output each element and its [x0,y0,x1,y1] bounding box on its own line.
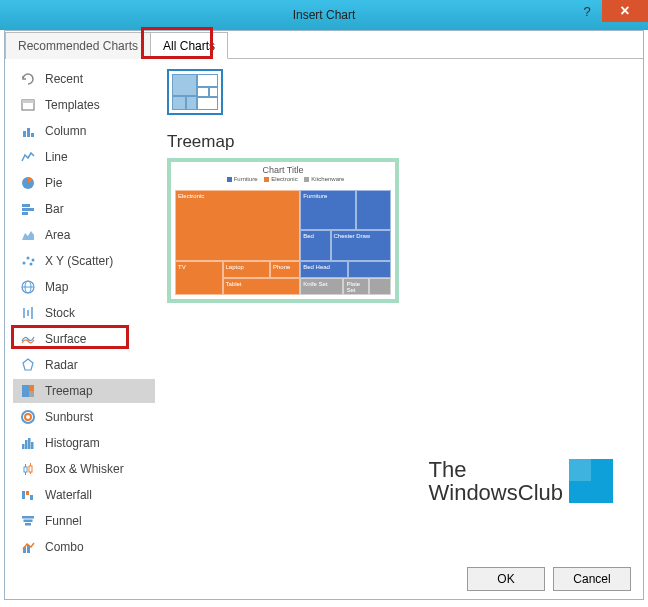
treemap-cell [356,190,391,230]
help-button[interactable]: ? [572,0,602,22]
column-icon [19,122,37,140]
svg-rect-30 [24,467,27,472]
sidebar-item-label: Box & Whisker [45,462,124,476]
treemap-cell: Tablet [223,278,301,295]
sidebar-item-label: Bar [45,202,64,216]
sidebar-item-label: Sunburst [45,410,93,424]
svg-rect-2 [23,131,26,137]
window-title: Insert Chart [293,8,356,22]
svg-rect-1 [22,100,34,103]
sidebar-item-label: Column [45,124,86,138]
preview-legend: Furniture Electronic Kitchenware [171,176,395,185]
dialog-body: Recommended Charts All Charts Recent Tem… [4,30,644,600]
sidebar-item-scatter[interactable]: X Y (Scatter) [13,249,155,273]
main-panel: Treemap Chart Title Furniture Electronic… [155,59,643,559]
sidebar-item-area[interactable]: Area [13,223,155,247]
stock-icon [19,304,37,322]
sidebar-item-pie[interactable]: Pie [13,171,155,195]
recent-icon [19,70,37,88]
treemap-cell: Chester Draw [331,230,391,262]
sidebar-item-label: Area [45,228,70,242]
sidebar-item-recent[interactable]: Recent [13,67,155,91]
treemap-cell: TV [175,261,223,295]
sidebar-item-radar[interactable]: Radar [13,353,155,377]
svg-point-12 [30,263,33,266]
sidebar-item-label: Combo [45,540,84,554]
sidebar-item-label: Radar [45,358,78,372]
section-title: Treemap [167,132,631,152]
sidebar-item-label: Map [45,280,68,294]
svg-marker-20 [23,359,33,370]
svg-rect-21 [22,385,29,397]
treemap-cell [369,278,391,295]
svg-rect-22 [29,385,34,391]
sidebar-item-surface[interactable]: Surface [13,327,155,351]
treemap-cell [348,261,391,278]
treemap-cells: ElectronicTVLaptopTabletPhoneFurnitureBe… [175,190,391,295]
sidebar-item-label: Stock [45,306,75,320]
bar-icon [19,200,37,218]
sidebar-item-bar[interactable]: Bar [13,197,155,221]
sidebar-item-label: Funnel [45,514,82,528]
sidebar-item-boxwhisker[interactable]: Box & Whisker [13,457,155,481]
sidebar-item-sunburst[interactable]: Sunburst [13,405,155,429]
preview-chart-title: Chart Title [171,162,395,176]
svg-point-13 [32,259,35,262]
treemap-cell: Bed [300,230,330,262]
svg-rect-4 [31,133,34,137]
sidebar-item-map[interactable]: Map [13,275,155,299]
ok-button[interactable]: OK [467,567,545,591]
treemap-thumb [172,74,218,110]
treemap-cell: Bed Head [300,261,348,278]
sidebar-item-line[interactable]: Line [13,145,155,169]
close-button[interactable]: × [602,0,648,22]
radar-icon [19,356,37,374]
sidebar-item-label: Pie [45,176,62,190]
sidebar-item-label: Line [45,150,68,164]
funnel-icon [19,512,37,530]
sidebar-item-waterfall[interactable]: Waterfall [13,483,155,507]
sidebar-item-templates[interactable]: Templates [13,93,155,117]
treemap-cell: Laptop [223,261,271,278]
sidebar-item-treemap[interactable]: Treemap [13,379,155,403]
chart-category-sidebar: Recent Templates Column Line Pie Bar [5,59,155,559]
svg-rect-39 [22,516,34,519]
boxwhisker-icon [19,460,37,478]
svg-point-24 [22,411,34,423]
content-area: Recent Templates Column Line Pie Bar [5,59,643,559]
svg-rect-28 [28,438,31,449]
svg-marker-9 [22,231,34,240]
treemap-icon [19,382,37,400]
treemap-cell: Phone [270,261,300,278]
svg-rect-23 [29,391,34,397]
titlebar: Insert Chart ? × [0,0,648,30]
svg-point-25 [25,414,31,420]
tab-all-charts[interactable]: All Charts [150,32,228,59]
chart-subtype-treemap[interactable] [167,69,223,115]
chart-preview[interactable]: Chart Title Furniture Electronic Kitchen… [167,158,399,303]
sidebar-item-funnel[interactable]: Funnel [13,509,155,533]
sidebar-item-stock[interactable]: Stock [13,301,155,325]
svg-rect-27 [25,440,28,449]
watermark-line2: WindowsClub [429,481,564,504]
pie-icon [19,174,37,192]
waterfall-icon [19,486,37,504]
svg-rect-6 [22,204,30,207]
watermark: The WindowsClub [429,458,614,504]
treemap-cell: Furniture [300,190,356,230]
sidebar-item-histogram[interactable]: Histogram [13,431,155,455]
sidebar-item-label: Surface [45,332,86,346]
sidebar-item-column[interactable]: Column [13,119,155,143]
svg-rect-38 [30,495,33,500]
sidebar-item-label: Treemap [45,384,93,398]
dialog-buttons: OK Cancel [467,567,631,591]
watermark-line1: The [429,458,564,481]
tab-strip: Recommended Charts All Charts [5,31,643,59]
cancel-button[interactable]: Cancel [553,567,631,591]
templates-icon [19,96,37,114]
combo-icon [19,538,37,556]
tab-recommended-charts[interactable]: Recommended Charts [5,32,151,59]
sidebar-item-combo[interactable]: Combo [13,535,155,559]
line-icon [19,148,37,166]
svg-rect-37 [26,491,29,495]
